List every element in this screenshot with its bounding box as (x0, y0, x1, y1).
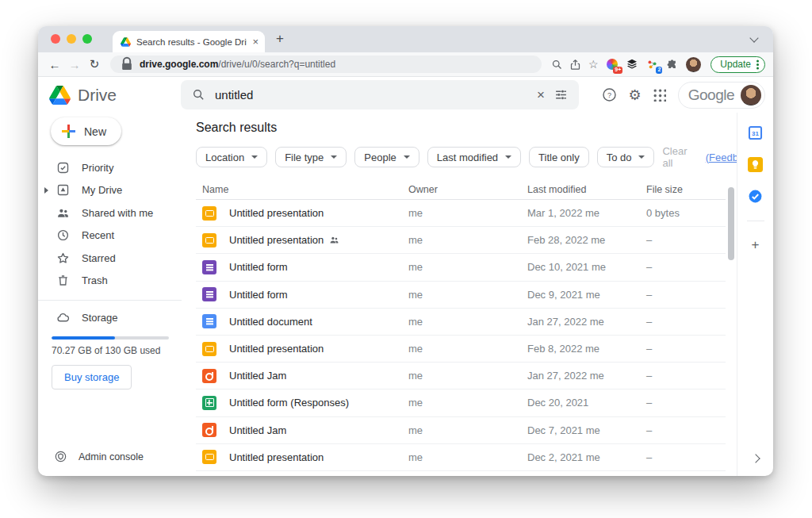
app-name: Drive (78, 86, 117, 105)
extension-graph-icon[interactable]: 2 (644, 56, 660, 72)
drive-search-input[interactable]: untitled × (181, 80, 579, 109)
minimize-window-button[interactable] (67, 34, 76, 44)
table-scrollbar[interactable] (728, 187, 734, 260)
file-size: – (646, 343, 726, 355)
search-query: untitled (215, 88, 527, 102)
table-row[interactable]: Untitled form me Dec 9, 2021 me – (196, 282, 726, 309)
extension-stack-icon[interactable] (624, 56, 640, 72)
clear-search-icon[interactable]: × (537, 87, 545, 103)
file-owner: me (408, 397, 527, 409)
filter-chip-people[interactable]: People (354, 147, 419, 167)
browser-tab[interactable]: Search results - Google Drive × (113, 31, 265, 52)
file-name: Untitled form (229, 289, 288, 301)
table-row[interactable]: Untitled presentation me Mar 1, 2022 me … (196, 200, 726, 227)
close-window-button[interactable] (51, 34, 60, 44)
buy-storage-button[interactable]: Buy storage (52, 365, 132, 389)
account-avatar[interactable] (741, 85, 761, 106)
file-modified: Dec 7, 2021 me (527, 424, 646, 436)
file-owner: me (408, 261, 527, 273)
chevron-down-icon (404, 155, 410, 159)
google-apps-grid-icon[interactable] (653, 89, 666, 102)
sidebar-item-label: Trash (82, 274, 108, 286)
zoom-window-button[interactable] (82, 34, 92, 44)
expand-arrow-icon[interactable] (44, 187, 48, 194)
filter-chip-title-only[interactable]: Title only (529, 147, 589, 167)
clear-all-button[interactable]: Clear all (662, 145, 692, 169)
google-wordmark: Google (688, 86, 734, 104)
extension-colorful-icon[interactable]: 9+ (604, 56, 620, 72)
share-page-icon[interactable] (567, 56, 583, 72)
feedback-link[interactable]: (Feedback?) (706, 152, 737, 163)
table-row[interactable]: Untitled document me Dec 1, 2021 me – (196, 471, 726, 476)
browser-profile-avatar[interactable] (686, 57, 701, 72)
extensions-puzzle-icon[interactable] (664, 56, 680, 72)
search-options-icon[interactable] (554, 88, 568, 102)
drive-favicon (121, 37, 131, 47)
sidebar-item-my-drive[interactable]: My Drive (38, 179, 182, 202)
chevron-down-icon (638, 155, 645, 159)
extension-badge: 9+ (613, 67, 622, 74)
url-domain: drive.google.com (140, 59, 218, 70)
browser-menu-icon[interactable] (756, 63, 759, 66)
file-type-icon (202, 314, 216, 328)
tab-search-chevron-icon[interactable] (749, 33, 758, 42)
file-owner: me (408, 343, 527, 355)
table-row[interactable]: Untitled Jam me Jan 27, 2022 me – (196, 363, 726, 389)
forward-button[interactable]: → (66, 58, 83, 71)
zoom-page-icon[interactable] (549, 56, 565, 72)
address-bar[interactable]: drive.google.com/drive/u/0/search?q=unti… (110, 56, 542, 73)
browser-toolbar: ← → ↻ drive.google.com/drive/u/0/search?… (38, 52, 773, 77)
table-row[interactable]: Untitled presentation me Dec 2, 2021 me … (196, 444, 726, 471)
column-header-size[interactable]: File size (646, 184, 726, 195)
svg-text:?: ? (607, 91, 611, 99)
table-row[interactable]: Untitled presentation me Feb 28, 2022 me… (196, 227, 726, 254)
sidebar-item-label: Shared with me (82, 207, 153, 219)
calendar-icon[interactable]: 31 (748, 125, 763, 140)
priority-icon (56, 161, 70, 175)
account-pill[interactable]: Google (678, 82, 765, 109)
filter-chip-file-type[interactable]: File type (275, 147, 347, 167)
sidebar-item-storage[interactable]: Storage (38, 306, 182, 328)
file-type-icon (202, 260, 216, 274)
update-button[interactable]: Update (710, 56, 765, 73)
tab-close-icon[interactable]: × (252, 36, 259, 48)
file-modified: Jan 27, 2022 me (527, 370, 646, 382)
new-button[interactable]: New (51, 117, 121, 145)
add-panel-icon[interactable]: + (752, 238, 760, 251)
sidebar-item-starred[interactable]: Starred (38, 247, 182, 270)
tasks-icon[interactable] (748, 189, 763, 204)
keep-icon[interactable] (748, 157, 763, 172)
table-row[interactable]: Untitled document me Jan 27, 2022 me – (196, 309, 726, 336)
column-header-owner[interactable]: Owner (408, 184, 527, 195)
chip-label: Title only (538, 152, 580, 163)
column-header-modified[interactable]: Last modified (527, 184, 646, 195)
file-name: Untitled presentation (229, 343, 324, 355)
sidebar-item-shared-with-me[interactable]: Shared with me (38, 201, 182, 224)
new-tab-button[interactable]: + (276, 32, 284, 45)
filter-chip-last-modified[interactable]: Last modified (427, 147, 521, 167)
chip-label: Location (205, 152, 244, 163)
table-row[interactable]: Untitled form (Responses) me Dec 20, 202… (196, 389, 726, 416)
help-icon[interactable]: ? (602, 87, 617, 102)
collapse-panel-chevron-icon[interactable] (751, 454, 760, 462)
drive-logo[interactable]: Drive (49, 86, 181, 105)
reload-button[interactable]: ↻ (86, 57, 103, 71)
table-row[interactable]: Untitled presentation me Feb 8, 2022 me … (196, 336, 726, 363)
file-owner: me (408, 234, 527, 246)
file-size: – (646, 397, 726, 409)
file-owner: me (408, 370, 527, 382)
bookmark-star-icon[interactable]: ☆ (585, 56, 601, 72)
back-button[interactable]: ← (46, 58, 63, 71)
star-icon (56, 251, 70, 265)
sidebar-item-priority[interactable]: Priority (38, 156, 182, 179)
table-row[interactable]: Untitled Jam me Dec 7, 2021 me – (196, 417, 726, 444)
file-type-icon (202, 342, 216, 356)
sidebar-item-trash[interactable]: Trash (38, 270, 182, 293)
filter-chip-location[interactable]: Location (196, 147, 267, 167)
table-row[interactable]: Untitled form me Dec 10, 2021 me – (196, 254, 726, 281)
sidebar-item-recent[interactable]: Recent (38, 224, 182, 247)
sidebar-item-admin-console[interactable]: Admin console (38, 450, 182, 463)
settings-gear-icon[interactable]: ⚙ (629, 88, 642, 102)
column-header-name[interactable]: Name (196, 184, 408, 195)
filter-chip-to-do[interactable]: To do (597, 147, 655, 167)
